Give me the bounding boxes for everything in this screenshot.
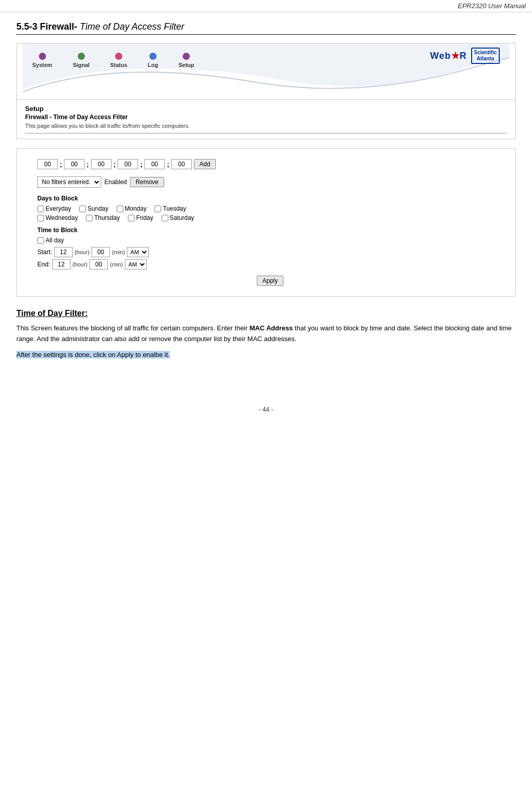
- wednesday-checkbox[interactable]: [37, 215, 44, 221]
- end-ampm-select[interactable]: AM PM: [125, 259, 147, 269]
- mac-sep-2: ;: [86, 161, 88, 168]
- saturday-label: Saturday: [170, 214, 194, 221]
- day-tuesday[interactable]: Tuesday: [154, 205, 186, 212]
- enabled-label: Enabled: [104, 178, 127, 186]
- sunday-label: Sunday: [87, 205, 108, 212]
- setup-breadcrumb: Setup: [25, 105, 507, 113]
- start-hour-label: (hour): [75, 249, 90, 255]
- page-number: - 44 -: [259, 406, 273, 413]
- nav-tab-system[interactable]: System: [32, 53, 52, 68]
- para2-highlighted: After the settings is done, click on App…: [16, 351, 170, 358]
- day-thursday[interactable]: Thursday: [86, 214, 120, 221]
- mac-field-5[interactable]: [144, 159, 165, 169]
- section-heading: 5.5-3 Firewall- Time of Day Access Filte…: [16, 21, 516, 35]
- allday-label: All day: [46, 237, 64, 244]
- mac-sep-5: ;: [167, 161, 169, 168]
- start-min-input[interactable]: [92, 247, 110, 257]
- time-section: Time to Block All day Start: (hour) (min…: [37, 227, 503, 269]
- system-dot: [39, 53, 46, 60]
- filter-select-row: No filters entered. Enabled Remove: [37, 176, 503, 188]
- para1-bold: MAC Address: [250, 324, 293, 332]
- end-min-input[interactable]: [90, 259, 108, 269]
- star-icon: ★: [451, 51, 460, 61]
- friday-label: Friday: [136, 214, 153, 221]
- everyday-checkbox[interactable]: [37, 206, 44, 212]
- saturday-checkbox[interactable]: [162, 215, 168, 221]
- days-label: Days to Block: [37, 195, 503, 202]
- days-section: Days to Block Everyday Sunday Monday Tue…: [37, 195, 503, 221]
- day-everyday[interactable]: Everyday: [37, 205, 71, 212]
- mac-field-3[interactable]: [91, 159, 112, 169]
- day-saturday[interactable]: Saturday: [162, 214, 194, 221]
- add-button[interactable]: Add: [194, 159, 216, 169]
- wednesday-label: Wednesday: [46, 214, 78, 221]
- day-friday[interactable]: Friday: [128, 214, 153, 221]
- days-row-2: Wednesday Thursday Friday Saturday: [37, 214, 503, 221]
- heading-bold: 5.5-3 Firewall-: [16, 21, 77, 32]
- nav-tab-signal[interactable]: Signal: [73, 53, 90, 68]
- setup-divider: [25, 133, 507, 133]
- filter-form: ; ; ; ; ; Add No filters entered. Enable…: [16, 148, 516, 297]
- time-block: All day Start: (hour) (min) AM PM End:: [37, 237, 503, 269]
- allday-checkbox[interactable]: [37, 237, 44, 244]
- status-dot: [115, 53, 122, 60]
- signal-dot: [78, 53, 85, 60]
- mac-field-2[interactable]: [64, 159, 84, 169]
- end-hour-input[interactable]: [52, 259, 71, 269]
- end-min-label: (min): [110, 261, 123, 267]
- setup-section: Setup Firewall - Time of Day Access Filt…: [16, 99, 516, 139]
- end-time-row: End: (hour) (min) AM PM: [37, 259, 503, 269]
- mac-sep-4: ;: [140, 161, 142, 168]
- thursday-label: Thursday: [94, 214, 120, 221]
- apply-button[interactable]: Apply: [257, 276, 283, 286]
- log-tab-label: Log: [148, 62, 158, 68]
- tuesday-checkbox[interactable]: [154, 206, 161, 212]
- days-row-1: Everyday Sunday Monday Tuesday: [37, 205, 503, 212]
- manual-title: EPR2320 User Manual: [458, 2, 526, 10]
- start-min-label: (min): [112, 249, 125, 255]
- setup-subtitle: Firewall - Time of Day Access Filter: [25, 114, 507, 121]
- end-hour-label: (hour): [73, 261, 87, 267]
- start-label: Start:: [37, 249, 52, 256]
- mac-field-1[interactable]: [37, 159, 58, 169]
- signal-tab-label: Signal: [73, 62, 90, 68]
- sunday-checkbox[interactable]: [79, 206, 86, 212]
- nav-tab-log[interactable]: Log: [148, 53, 158, 68]
- mac-field-6[interactable]: [171, 159, 192, 169]
- monday-checkbox[interactable]: [117, 206, 123, 212]
- setup-tab-label: Setup: [179, 62, 194, 68]
- start-hour-input[interactable]: [54, 247, 73, 257]
- everyday-label: Everyday: [46, 205, 71, 212]
- para1-start: This Screen features the blocking of all…: [16, 324, 250, 332]
- header-bar: EPR2320 User Manual: [0, 0, 532, 12]
- apply-row: Apply: [37, 276, 503, 286]
- log-dot: [149, 53, 157, 60]
- friday-checkbox[interactable]: [128, 215, 135, 221]
- nav-tab-status[interactable]: Status: [110, 53, 127, 68]
- mac-field-4[interactable]: [118, 159, 138, 169]
- system-tab-label: System: [32, 62, 52, 68]
- remove-button[interactable]: Remove: [130, 177, 164, 187]
- end-label: End:: [37, 261, 50, 268]
- webstar-logo: Web★R: [430, 50, 467, 61]
- start-time-row: Start: (hour) (min) AM PM: [37, 247, 503, 257]
- filter-dropdown[interactable]: No filters entered.: [37, 176, 101, 188]
- setup-description: This page allows you to block all traffi…: [25, 123, 507, 129]
- scientific-atlanta-logo: ScientificAtlanta: [471, 48, 500, 64]
- heading-italic: Time of Day Access Filter: [77, 21, 184, 32]
- page-footer: - 44 -: [0, 406, 532, 413]
- monday-label: Monday: [125, 205, 147, 212]
- status-tab-label: Status: [110, 62, 127, 68]
- nav-tab-setup[interactable]: Setup: [179, 53, 194, 68]
- nav-tabs-container: System Signal Status Log Setup: [32, 53, 215, 68]
- start-ampm-select[interactable]: AM PM: [127, 247, 149, 257]
- thursday-checkbox[interactable]: [86, 215, 93, 221]
- time-label: Time to Block: [37, 227, 503, 234]
- page-content: 5.5-3 Firewall- Time of Day Access Filte…: [0, 12, 532, 386]
- day-monday[interactable]: Monday: [117, 205, 147, 212]
- day-sunday[interactable]: Sunday: [79, 205, 108, 212]
- logo-area: Web★R ScientificAtlanta: [430, 48, 500, 64]
- day-wednesday[interactable]: Wednesday: [37, 214, 78, 221]
- allday-item[interactable]: All day: [37, 237, 64, 244]
- nav-bar: System Signal Status Log Setup Web★R: [16, 43, 516, 99]
